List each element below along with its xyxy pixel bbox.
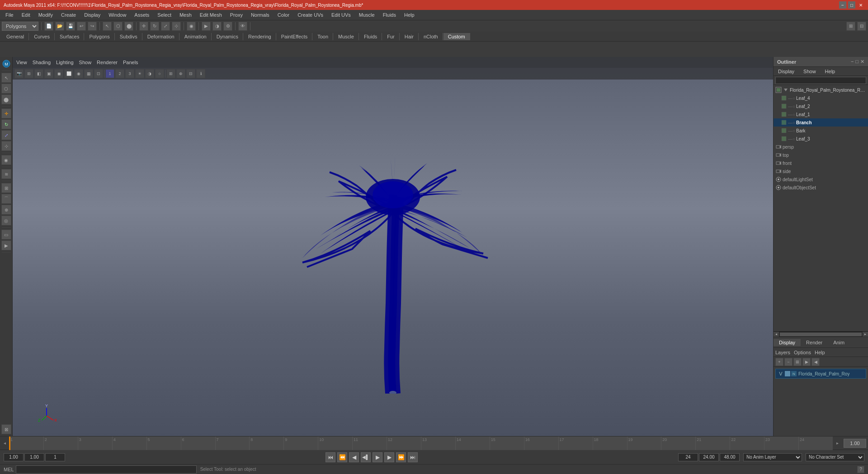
- help-line-icon[interactable]: ?: [857, 466, 864, 473]
- vp-display-icon[interactable]: ⊡: [94, 69, 103, 78]
- menu-edit-mesh[interactable]: Edit Mesh: [196, 11, 226, 19]
- shelf-tab-dynamics[interactable]: Dynamics: [212, 33, 243, 40]
- channel-box-menu-layers[interactable]: Layers: [775, 350, 790, 355]
- outliner-maximize-btn[interactable]: □: [855, 59, 859, 65]
- menu-help[interactable]: Help: [401, 11, 418, 19]
- ipr-icon[interactable]: ◑: [212, 22, 222, 31]
- menu-color[interactable]: Color: [274, 11, 293, 19]
- undo-icon[interactable]: ↩: [77, 22, 86, 31]
- outliner-search-input[interactable]: [775, 77, 866, 84]
- outliner-menu-display[interactable]: Display: [775, 69, 797, 74]
- universal-tool-icon[interactable]: ⊹: [172, 22, 181, 31]
- viewport-menu-renderer[interactable]: Renderer: [97, 60, 118, 65]
- step-back-btn[interactable]: ⏪: [337, 452, 347, 462]
- timeline-left-arrow[interactable]: ◂: [0, 441, 9, 446]
- menu-create-uvs[interactable]: Create UVs: [294, 11, 327, 19]
- scale-tool-icon[interactable]: ⤢: [161, 22, 170, 31]
- cb-select-objs-icon[interactable]: ⊞: [793, 358, 802, 366]
- viewport-menu-panels[interactable]: Panels: [123, 60, 138, 65]
- outliner-minimize-btn[interactable]: −: [851, 59, 854, 65]
- range-end-field[interactable]: 24.00: [699, 453, 719, 461]
- snap-view-btn[interactable]: ◎: [1, 216, 11, 225]
- mode-selector[interactable]: Polygons NURBS Dynamics Rendering Animat…: [2, 22, 38, 31]
- save-icon[interactable]: 💾: [66, 22, 75, 31]
- jump-to-start-btn[interactable]: ⏮: [326, 452, 335, 462]
- menu-normals[interactable]: Normals: [247, 11, 273, 19]
- cb-remove-selected-icon[interactable]: ◀: [811, 358, 820, 366]
- viewport[interactable]: View Shading Lighting Show Renderer Pane…: [13, 57, 773, 436]
- shelf-tab-rendering[interactable]: Rendering: [244, 33, 276, 40]
- vp-camera-icon[interactable]: 📷: [14, 69, 24, 78]
- vp-display-quality-1-icon[interactable]: 1: [105, 69, 114, 78]
- timeline-track[interactable]: 1 2 3 4 5 6 7 8 9 10 11 12 13 14 15 16 1…: [9, 436, 833, 450]
- outliner-hscroll-right-btn[interactable]: ▸: [863, 332, 868, 337]
- vp-display-quality-3-icon[interactable]: 3: [125, 69, 134, 78]
- menu-select[interactable]: Select: [154, 11, 175, 19]
- outliner-menu-show[interactable]: Show: [801, 69, 819, 74]
- redo-icon[interactable]: ↪: [88, 22, 97, 31]
- menu-mesh[interactable]: Mesh: [176, 11, 195, 19]
- shelf-tab-painteffects[interactable]: PaintEffects: [277, 33, 313, 40]
- prev-frame-btn[interactable]: ◀: [349, 452, 359, 462]
- timeline-right-arrow[interactable]: ▸: [833, 441, 842, 446]
- char-set-selector[interactable]: No Character Set: [806, 453, 864, 461]
- menu-modify[interactable]: Modify: [35, 11, 57, 19]
- outliner-hscroll[interactable]: ◂ ▸: [774, 331, 868, 337]
- vp-shadow-icon[interactable]: ◑: [145, 69, 154, 78]
- frame-field[interactable]: 1: [45, 453, 65, 461]
- outliner-item-front[interactable]: front: [774, 159, 868, 167]
- outliner-item-branch[interactable]: —○ Branch: [774, 118, 868, 127]
- shelf-tab-animation[interactable]: Animation: [180, 33, 212, 40]
- menu-file[interactable]: File: [2, 11, 17, 19]
- jump-to-end-btn[interactable]: ⏭: [408, 452, 418, 462]
- shelf-tab-custom[interactable]: Custom: [443, 33, 470, 40]
- menu-create[interactable]: Create: [57, 11, 80, 19]
- outliner-item-bark[interactable]: —○ Bark: [774, 127, 868, 135]
- show-hide-icon[interactable]: 👁: [238, 22, 247, 31]
- vp-xray-icon[interactable]: ⊕: [176, 69, 185, 78]
- shelf-tab-deformation[interactable]: Deformation: [143, 33, 179, 40]
- shelf-tab-toon[interactable]: Toon: [313, 33, 333, 40]
- channel-box-menu-options[interactable]: Options: [794, 350, 811, 355]
- menu-display[interactable]: Display: [80, 11, 104, 19]
- select-tool-btn[interactable]: ↖: [1, 73, 11, 83]
- cb-new-layer-icon[interactable]: +: [775, 358, 783, 366]
- move-tool-icon[interactable]: ✛: [139, 22, 148, 31]
- cb-add-selected-icon[interactable]: ▶: [802, 358, 811, 366]
- move-btn[interactable]: ✛: [1, 108, 11, 118]
- vp-wireframe-icon[interactable]: ▣: [44, 69, 53, 78]
- vp-smooth-wire-icon[interactable]: ◼: [54, 69, 63, 78]
- render-icon[interactable]: ▶: [202, 22, 211, 31]
- outliner-item-leaf1[interactable]: —○ Leaf_1: [774, 110, 868, 118]
- menu-fluids[interactable]: Fluids: [379, 11, 400, 19]
- channel-box-tab-render[interactable]: Render: [801, 339, 828, 346]
- viewport-menu-show[interactable]: Show: [79, 60, 92, 65]
- select-tool-icon[interactable]: ↖: [103, 22, 112, 31]
- outliner-item-top[interactable]: top: [774, 151, 868, 159]
- outliner-item-objectset[interactable]: defaultObjectSet: [774, 183, 868, 192]
- vp-heads-up-icon[interactable]: ℹ: [196, 69, 205, 78]
- outliner-content[interactable]: Florida_Royal_Palm_Roystonea_Regia —○ Le…: [774, 85, 868, 331]
- play-forward-btn[interactable]: ▶: [373, 452, 382, 462]
- outliner-hscroll-left-btn[interactable]: ◂: [774, 332, 779, 337]
- menu-edit-uvs[interactable]: Edit UVs: [328, 11, 354, 19]
- rotate-btn[interactable]: ↻: [1, 119, 11, 129]
- shelf-tab-surfaces[interactable]: Surfaces: [55, 33, 84, 40]
- outliner-close-btn[interactable]: ✕: [860, 59, 864, 65]
- shelf-tab-muscle[interactable]: Muscle: [334, 33, 359, 40]
- shelf-tab-hair[interactable]: Hair: [400, 33, 419, 40]
- vp-smooth-icon[interactable]: ◉: [74, 69, 83, 78]
- current-frame-field[interactable]: [844, 439, 866, 448]
- vp-lighting-icon[interactable]: ☀: [135, 69, 144, 78]
- snap-curve-btn[interactable]: ⌒: [1, 194, 11, 204]
- menu-assets[interactable]: Assets: [131, 11, 153, 19]
- channel-box-tab-anim[interactable]: Anim: [828, 339, 850, 346]
- outliner-item-leaf4[interactable]: —○ Leaf_4: [774, 94, 868, 102]
- viewport-menu-lighting[interactable]: Lighting: [56, 60, 74, 65]
- snap-grid-btn[interactable]: ⊞: [1, 183, 11, 193]
- render-settings-icon[interactable]: ⚙: [223, 22, 232, 31]
- cb-delete-layer-icon[interactable]: −: [784, 358, 793, 366]
- render-region-btn[interactable]: ▭: [1, 230, 11, 239]
- maximize-button[interactable]: □: [848, 1, 855, 9]
- menu-muscle[interactable]: Muscle: [355, 11, 378, 19]
